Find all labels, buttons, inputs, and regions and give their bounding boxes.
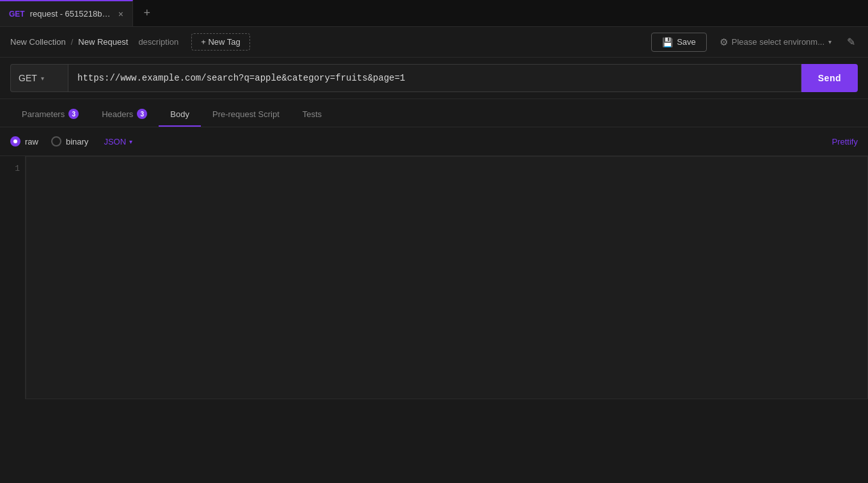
active-tab[interactable]: GET request - 6515218b4... × xyxy=(0,0,133,26)
tab-body-label: Body xyxy=(170,109,189,119)
environment-icon: ⚙ xyxy=(720,36,728,48)
binary-radio[interactable] xyxy=(51,136,61,146)
tab-title: request - 6515218b4... xyxy=(30,9,113,19)
breadcrumb-actions: 💾 Save ⚙ Please select environm... ▾ ✎ xyxy=(651,33,858,52)
collection-breadcrumb[interactable]: New Collection xyxy=(10,37,66,47)
environment-placeholder: Please select environm... xyxy=(732,37,825,47)
format-selector[interactable]: JSON ▾ xyxy=(104,137,132,146)
chevron-down-icon: ▾ xyxy=(828,38,832,45)
body-options: raw binary JSON ▾ Prettify xyxy=(0,127,868,156)
save-icon: 💾 xyxy=(662,37,673,47)
close-tab-button[interactable]: × xyxy=(118,9,123,19)
new-tag-button[interactable]: + New Tag xyxy=(191,33,250,51)
environment-selector[interactable]: ⚙ Please select environm... ▾ xyxy=(713,33,838,52)
save-label: Save xyxy=(677,37,696,47)
tab-pre-request-script[interactable]: Pre-request Script xyxy=(201,103,291,127)
tab-parameters-label: Parameters xyxy=(22,109,65,119)
method-text: GET xyxy=(19,73,37,83)
url-bar: GET ▾ Send xyxy=(0,58,868,99)
edit-button[interactable]: ✎ xyxy=(844,33,858,51)
tab-headers-label: Headers xyxy=(102,109,133,119)
request-tabs: Parameters 3 Headers 3 Body Pre-request … xyxy=(0,99,868,127)
raw-radio[interactable] xyxy=(10,136,20,146)
tab-headers[interactable]: Headers 3 xyxy=(90,102,159,127)
method-chevron-icon: ▾ xyxy=(41,75,44,82)
binary-label: binary xyxy=(66,137,88,146)
parameters-badge: 3 xyxy=(68,109,79,119)
tab-bar: GET request - 6515218b4... × + xyxy=(0,0,868,27)
send-button[interactable]: Send xyxy=(801,64,858,92)
format-label: JSON xyxy=(104,137,126,146)
breadcrumb-bar: New Collection / New Request description… xyxy=(0,27,868,58)
request-breadcrumb[interactable]: New Request xyxy=(78,37,128,47)
tab-pre-request-label: Pre-request Script xyxy=(212,109,280,119)
edit-icon: ✎ xyxy=(847,36,855,47)
description-link[interactable]: description xyxy=(138,37,178,47)
headers-badge: 3 xyxy=(137,109,147,119)
line-number-1: 1 xyxy=(10,164,20,173)
method-selector[interactable]: GET ▾ xyxy=(10,64,68,92)
line-numbers: 1 xyxy=(0,156,26,399)
tab-tests[interactable]: Tests xyxy=(291,103,333,127)
code-editor[interactable] xyxy=(26,156,868,399)
format-chevron-icon: ▾ xyxy=(129,138,132,145)
breadcrumb-separator: / xyxy=(71,37,74,47)
binary-option[interactable]: binary xyxy=(51,136,88,146)
prettify-button[interactable]: Prettify xyxy=(832,137,858,146)
raw-label: raw xyxy=(25,137,38,146)
raw-option[interactable]: raw xyxy=(10,136,38,146)
save-button[interactable]: 💾 Save xyxy=(651,33,707,52)
tab-method: GET xyxy=(9,10,25,19)
url-input[interactable] xyxy=(68,64,801,92)
tab-body[interactable]: Body xyxy=(159,103,201,127)
new-tab-button[interactable]: + xyxy=(136,2,159,25)
editor-area: 1 xyxy=(0,156,868,399)
tab-parameters[interactable]: Parameters 3 xyxy=(10,102,90,127)
tab-tests-label: Tests xyxy=(303,109,322,119)
